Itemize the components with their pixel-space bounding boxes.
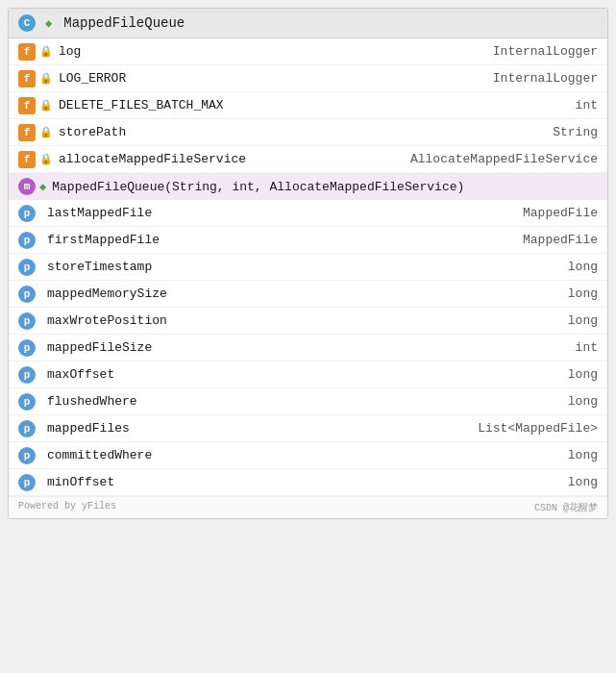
- green-diamond-header: ◆: [45, 16, 52, 31]
- prop-type: long: [568, 475, 598, 489]
- list-item[interactable]: p minOffset long: [9, 469, 607, 496]
- field-name: DELETE_FILES_BATCH_MAX: [59, 98, 566, 112]
- prop-type: long: [568, 448, 598, 462]
- field-type: String: [553, 125, 598, 139]
- prop-type: long: [568, 260, 598, 274]
- prop-type: long: [568, 313, 598, 328]
- class-header: C ◆ MappedFileQueue: [9, 9, 607, 38]
- constructor-icon: m: [18, 178, 36, 195]
- prop-type: long: [568, 394, 598, 409]
- field-type: AllocateMappedFileService: [410, 152, 598, 166]
- field-name: storePath: [59, 125, 543, 139]
- field-icon-log-error: f: [18, 70, 36, 87]
- field-name: allocateMappedFileService: [59, 152, 401, 166]
- constructor-signature: MappedFileQueue(String, int, AllocateMap…: [52, 180, 598, 194]
- prop-name: maxOffset: [47, 367, 558, 382]
- prop-icon: p: [18, 286, 36, 303]
- prop-type: MappedFile: [523, 233, 598, 247]
- prop-type: List<MappedFile>: [478, 421, 598, 436]
- footer-left: Powered by yFiles: [18, 501, 116, 514]
- list-item[interactable]: f 🔒 allocateMappedFileService AllocateMa…: [9, 146, 607, 173]
- properties-section: p lastMappedFile MappedFile p firstMappe…: [9, 200, 607, 496]
- constructor-row[interactable]: m ◆ MappedFileQueue(String, int, Allocat…: [9, 173, 607, 200]
- field-type: int: [576, 98, 598, 112]
- list-item[interactable]: p committedWhere long: [9, 442, 607, 469]
- prop-name: committedWhere: [47, 448, 558, 462]
- prop-name: mappedFiles: [47, 421, 468, 436]
- list-item[interactable]: p mappedMemorySize long: [9, 281, 607, 308]
- field-name: LOG_ERROR: [59, 71, 483, 86]
- prop-icon: p: [18, 232, 36, 249]
- field-icon-log: f: [18, 43, 36, 61]
- lock-icon: 🔒: [39, 153, 53, 166]
- list-item[interactable]: p lastMappedFile MappedFile: [9, 200, 607, 227]
- field-type: InternalLogger: [493, 44, 598, 59]
- prop-name: storeTimestamp: [47, 260, 558, 274]
- list-item[interactable]: p maxWrotePosition long: [9, 308, 607, 335]
- prop-icon: p: [18, 205, 36, 222]
- prop-icon: p: [18, 393, 36, 411]
- field-icon-storepath: f: [18, 124, 36, 141]
- list-item[interactable]: p maxOffset long: [9, 361, 607, 388]
- prop-name: mappedFileSize: [47, 340, 566, 355]
- footer-right: CSDN @花醒梦: [534, 501, 598, 514]
- fields-section: f 🔒 log InternalLogger f 🔒 LOG_ERROR Int…: [9, 38, 607, 173]
- prop-type: long: [568, 287, 598, 301]
- list-item[interactable]: f 🔒 DELETE_FILES_BATCH_MAX int: [9, 92, 607, 119]
- lock-icon: 🔒: [39, 126, 53, 139]
- prop-type: MappedFile: [523, 206, 598, 220]
- list-item[interactable]: p firstMappedFile MappedFile: [9, 227, 607, 254]
- prop-type: int: [576, 340, 598, 355]
- list-item[interactable]: f 🔒 storePath String: [9, 119, 607, 146]
- list-item[interactable]: f 🔒 LOG_ERROR InternalLogger: [9, 65, 607, 92]
- prop-name: mappedMemorySize: [47, 287, 558, 301]
- prop-name: flushedWhere: [47, 394, 558, 409]
- footer: Powered by yFiles CSDN @花醒梦: [9, 496, 607, 518]
- prop-name: lastMappedFile: [47, 206, 513, 220]
- prop-icon: p: [18, 366, 36, 384]
- field-icon-allocate: f: [18, 151, 36, 168]
- list-item[interactable]: p mappedFiles List<MappedFile>: [9, 415, 607, 442]
- lock-icon: 🔒: [39, 72, 53, 86]
- prop-name: firstMappedFile: [47, 233, 513, 247]
- field-icon-delete: f: [18, 97, 36, 114]
- prop-icon: p: [18, 420, 36, 437]
- prop-icon: p: [18, 312, 36, 330]
- prop-name: minOffset: [47, 475, 558, 489]
- field-name: log: [59, 44, 483, 59]
- prop-icon: p: [18, 447, 36, 464]
- class-title: MappedFileQueue: [63, 15, 185, 31]
- prop-name: maxWrotePosition: [47, 313, 558, 328]
- list-item[interactable]: p flushedWhere long: [9, 388, 607, 415]
- class-diagram: C ◆ MappedFileQueue f 🔒 log InternalLogg…: [8, 8, 608, 519]
- lock-icon: 🔒: [39, 99, 53, 112]
- field-type: InternalLogger: [493, 71, 598, 86]
- green-diamond-constructor: ◆: [39, 180, 46, 194]
- list-item[interactable]: p mappedFileSize int: [9, 335, 607, 361]
- prop-icon: p: [18, 259, 36, 276]
- prop-type: long: [568, 367, 598, 382]
- lock-icon: 🔒: [39, 45, 53, 59]
- prop-icon: p: [18, 339, 36, 357]
- prop-icon: p: [18, 474, 36, 491]
- list-item[interactable]: f 🔒 log InternalLogger: [9, 38, 607, 65]
- list-item[interactable]: p storeTimestamp long: [9, 254, 607, 281]
- class-icon: C: [18, 14, 36, 32]
